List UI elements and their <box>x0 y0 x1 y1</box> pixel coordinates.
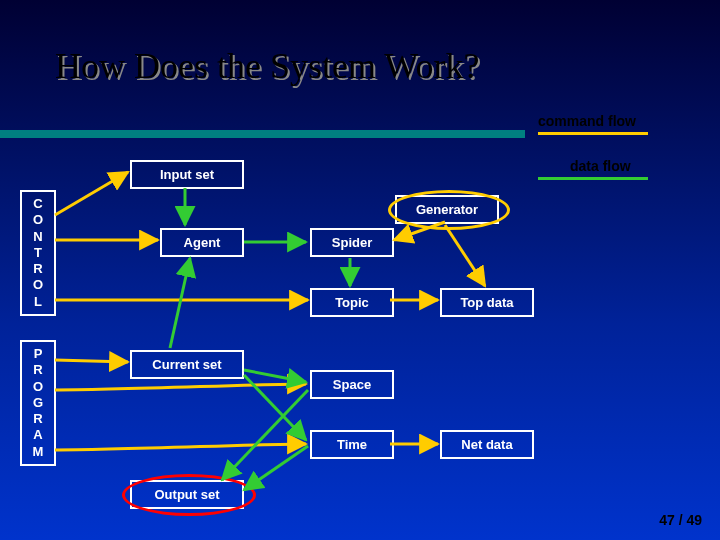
legend-command-line <box>538 132 648 135</box>
sidebar-program: P R O G R A M <box>20 340 56 466</box>
legend-data-label: data flow <box>570 158 631 174</box>
node-topic: Topic <box>310 288 394 317</box>
page-title: How Does the System Work? <box>55 45 479 87</box>
node-net-data: Net data <box>440 430 534 459</box>
svg-line-5 <box>445 225 485 286</box>
svg-line-14 <box>244 446 308 490</box>
svg-line-0 <box>55 172 128 215</box>
node-input-set: Input set <box>130 160 244 189</box>
svg-line-12 <box>244 375 306 440</box>
node-time: Time <box>310 430 394 459</box>
svg-line-11 <box>244 370 306 382</box>
svg-line-3 <box>55 360 128 362</box>
legend-command-label: command flow <box>538 113 636 129</box>
node-space: Space <box>310 370 394 399</box>
title-rule <box>0 130 525 138</box>
node-spider: Spider <box>310 228 394 257</box>
svg-line-13 <box>222 390 308 480</box>
sidebar-control: C O N T R O L <box>20 190 56 316</box>
oval-output <box>122 474 256 516</box>
node-current-set: Current set <box>130 350 244 379</box>
svg-line-15 <box>170 258 190 348</box>
legend-data-line <box>538 177 648 180</box>
page-number: 47 / 49 <box>659 512 702 528</box>
node-top-data: Top data <box>440 288 534 317</box>
oval-generator <box>388 190 510 230</box>
node-agent: Agent <box>160 228 244 257</box>
